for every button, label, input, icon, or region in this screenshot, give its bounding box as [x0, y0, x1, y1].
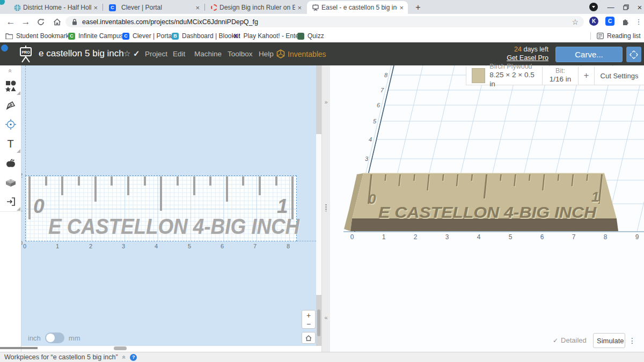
zoom-out-button[interactable]: −: [302, 319, 316, 329]
menu-help[interactable]: Help: [259, 42, 274, 65]
window-restore-button[interactable]: [618, 0, 633, 14]
bit-label: Bit:: [555, 67, 565, 75]
ruler-tick-2d: [28, 176, 31, 219]
material-info[interactable]: Birch Plywood 8.25 × 2 × 0.5 in: [466, 67, 543, 85]
design-canvas-2d[interactable]: 2 1 0 0 1 2 3 4 5 6 7 8 0 1 E CASTELLON …: [21, 65, 316, 346]
bookmark-star-icon[interactable]: ☆: [572, 18, 579, 26]
favorite-star-icon[interactable]: ☆: [123, 49, 130, 58]
simulate-menu-icon[interactable]: ⋮: [628, 334, 636, 348]
svg-text:1: 1: [382, 233, 386, 241]
bookmark-label: Student Bookmarks: [16, 32, 72, 40]
collapse-up-icon[interactable]: «: [120, 356, 128, 359]
ruler-tick-2d: [193, 176, 195, 195]
svg-text:8: 8: [384, 72, 388, 78]
preview-panel-3d[interactable]: 3 4 5 6 7 8 0 01 23 45 67 89: [330, 65, 644, 352]
panel-splitter[interactable]: » «: [321, 65, 330, 352]
back-button[interactable]: ←: [4, 16, 17, 27]
project-title[interactable]: e castellon 5 big inch: [39, 48, 124, 59]
inventables-brand[interactable]: Inventables: [288, 50, 326, 58]
cut-settings-button[interactable]: Cut Settings: [595, 67, 644, 85]
material-blocks-button[interactable]: [0, 173, 21, 193]
v-scrollbar-thumb[interactable]: [316, 134, 321, 295]
svg-text:9: 9: [635, 233, 639, 241]
svg-text:3: 3: [365, 156, 369, 162]
bookmark-student-bookmarks[interactable]: Student Bookmarks: [5, 31, 72, 41]
profile-icon[interactable]: [589, 3, 598, 11]
x-axis-tick: 1: [56, 243, 59, 249]
tab-close-icon[interactable]: ×: [93, 4, 98, 12]
menu-edit[interactable]: Edit: [173, 42, 185, 65]
tab-design-ruler[interactable]: Design Big inch Ruler on Easel - ×: [206, 1, 306, 14]
bit-selector[interactable]: Bit: 1/16 in: [543, 67, 579, 85]
tab-close-icon[interactable]: ×: [297, 4, 302, 12]
bookmark-infinite-campus[interactable]: C Infinite Campus: [68, 31, 123, 41]
extensions-puzzle-icon[interactable]: [620, 16, 631, 27]
text-tool-button[interactable]: T: [0, 134, 21, 154]
tab-easel-active[interactable]: Easel - e castellon 5 big inch ×: [307, 1, 408, 14]
reload-button[interactable]: [34, 16, 47, 27]
bookmark-clever[interactable]: C Clever | Portal: [122, 31, 173, 41]
workpiece-2d[interactable]: 0 1 E CASTELLON 4-BIG INCH: [25, 175, 297, 241]
apps-apple-button[interactable]: [0, 153, 21, 173]
tab-close-icon[interactable]: ×: [399, 4, 404, 12]
import-button[interactable]: [0, 192, 21, 212]
zoom-home-button[interactable]: [302, 332, 316, 344]
expand-right-icon[interactable]: »: [322, 98, 330, 106]
material-swatch: [472, 68, 485, 83]
collapse-sidebar-icon[interactable]: «: [0, 67, 21, 75]
inventables-logo-icon[interactable]: [276, 49, 285, 58]
add-bit-button[interactable]: +: [579, 67, 595, 85]
h-scrollbar-segment[interactable]: [0, 347, 38, 349]
x-axis-tick: 3: [122, 243, 125, 249]
tab-close-icon[interactable]: ×: [195, 4, 200, 12]
forward-button[interactable]: →: [19, 16, 32, 27]
ruler-tick-3d: [443, 174, 443, 181]
unit-toggle[interactable]: [45, 333, 64, 343]
menu-machine[interactable]: Machine: [194, 42, 222, 65]
detailed-check-icon[interactable]: ✓: [553, 337, 558, 344]
v-scrollbar[interactable]: [316, 65, 321, 346]
bookmark-kahoot[interactable]: K! Play Kahoot! - Ente...: [234, 31, 304, 41]
ruler-engraving-text[interactable]: E CASTELLON 4-BIG INCH: [48, 215, 258, 239]
collapse-left-icon[interactable]: «: [322, 313, 330, 322]
extension-kami-icon[interactable]: K: [589, 17, 598, 26]
shapes-tool-button[interactable]: [0, 76, 21, 96]
y-axis-tick: 2: [21, 172, 23, 179]
ruler-tick-2d: [160, 176, 162, 211]
browser-menu-icon[interactable]: ⋮: [634, 16, 643, 27]
window-close-button[interactable]: ×: [632, 0, 644, 14]
splitter-grip-icon[interactable]: [325, 204, 327, 211]
bookmark-quizizz[interactable]: Quizz: [297, 31, 324, 41]
unit-inch-label[interactable]: inch: [28, 334, 41, 342]
ruler-tick-2d: [111, 176, 113, 186]
window-minimize-button[interactable]: —: [603, 0, 618, 14]
help-icon[interactable]: ?: [130, 354, 137, 361]
apple-icon: [5, 158, 16, 168]
easel-pro-logo[interactable]: PRO: [16, 45, 35, 63]
url-text: easel.inventables.com/projects/nduMCixC6…: [82, 18, 258, 26]
carve-button[interactable]: Carve...: [555, 47, 623, 62]
simulate-button[interactable]: Simulate: [593, 333, 625, 348]
ruler-tick-2d: [127, 176, 129, 195]
jog-machine-button[interactable]: [626, 47, 641, 62]
detailed-label[interactable]: Detailed: [561, 336, 587, 344]
h-scrollbar-thumb[interactable]: [114, 346, 127, 350]
home-button[interactable]: [50, 16, 63, 27]
menu-toolbox[interactable]: Toolbox: [228, 42, 253, 65]
tab-district-home[interactable]: District Home - Half Hollow Hill ×: [9, 1, 102, 14]
workpieces-label[interactable]: Workpieces for “e castellon 5 big inch”: [4, 353, 118, 361]
get-easel-pro-link[interactable]: Get Easel Pro: [484, 54, 548, 62]
new-tab-button[interactable]: +: [412, 2, 424, 13]
tab-clever[interactable]: C Clever | Portal ×: [104, 1, 204, 14]
drill-origin-button[interactable]: [0, 115, 21, 135]
menu-project[interactable]: Project: [145, 42, 167, 65]
pen-tool-button[interactable]: [0, 95, 21, 115]
extension-clever-icon[interactable]: C: [605, 17, 614, 26]
v-scrollbar-pill[interactable]: [317, 309, 320, 336]
unit-mm-label[interactable]: mm: [69, 334, 80, 342]
trial-days-left: 24 days left: [484, 46, 548, 53]
bookmark-blooket[interactable]: B Dashboard | Blooket: [172, 31, 240, 41]
address-bar[interactable]: easel.inventables.com/projects/nduMCixC6…: [65, 16, 584, 27]
ruler-digit-zero[interactable]: 0: [33, 195, 45, 218]
reading-list-button[interactable]: Reading list: [597, 31, 641, 41]
